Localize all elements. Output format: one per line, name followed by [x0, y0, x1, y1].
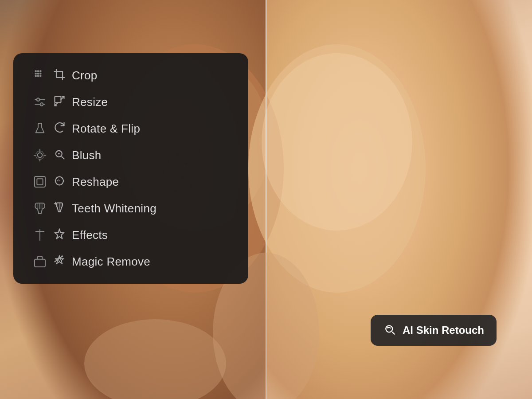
resize-icon [53, 95, 66, 109]
rotate-flip-label: Rotate & Flip [72, 122, 140, 136]
svg-point-20 [35, 73, 36, 74]
svg-line-32 [55, 103, 58, 106]
svg-point-47 [386, 325, 392, 332]
crop-icon [53, 68, 66, 82]
blush-icon [53, 148, 66, 162]
sidebar-item-resize[interactable]: Resize [13, 89, 248, 115]
blush-label: Blush [72, 149, 102, 162]
flask-icon [27, 121, 53, 136]
sidebar-item-crop[interactable]: Crop [13, 62, 248, 89]
magic-remove-label: Magic Remove [72, 255, 150, 269]
rotate-icon [53, 121, 66, 136]
svg-point-28 [37, 98, 40, 101]
crop-label: Crop [72, 69, 98, 82]
svg-point-34 [38, 153, 43, 158]
shapes-icon [27, 201, 53, 215]
svg-point-19 [40, 70, 41, 72]
ai-skin-retouch-badge[interactable]: AI Skin Retouch [371, 315, 497, 346]
svg-point-17 [35, 70, 36, 72]
svg-marker-45 [55, 229, 64, 239]
svg-point-29 [40, 103, 43, 106]
grid-icon [27, 68, 53, 82]
svg-point-21 [38, 73, 39, 74]
sliders-icon [27, 95, 53, 109]
eye-sparkle-icon [27, 148, 53, 162]
svg-rect-30 [55, 97, 61, 103]
svg-point-22 [40, 73, 41, 74]
svg-point-23 [35, 75, 36, 77]
sidebar-item-reshape[interactable]: Reshape [13, 168, 248, 195]
teeth-whitening-label: Teeth Whitening [72, 202, 156, 215]
empty-icon [27, 254, 53, 269]
svg-rect-38 [35, 176, 45, 187]
teeth-whitening-icon [53, 201, 66, 215]
effects-icon [53, 228, 66, 242]
reshape-icon [53, 175, 66, 189]
ai-skin-retouch-label: AI Skin Retouch [403, 324, 484, 336]
svg-line-31 [61, 97, 64, 100]
sidebar-item-rotate-flip[interactable]: Rotate & Flip [13, 115, 248, 142]
svg-rect-46 [35, 259, 45, 267]
resize-label: Resize [72, 95, 108, 109]
svg-point-25 [40, 75, 41, 77]
sidebar-item-effects[interactable]: Effects [13, 222, 248, 248]
svg-point-18 [38, 70, 39, 72]
ai-retouch-icon [383, 323, 396, 338]
frame-icon [27, 175, 53, 189]
text-icon [27, 228, 53, 242]
magic-remove-icon [53, 254, 66, 269]
reshape-label: Reshape [72, 175, 119, 189]
sidebar: Crop Resize [13, 53, 248, 284]
sidebar-item-teeth-whitening[interactable]: Teeth Whitening [13, 195, 248, 222]
effects-label: Effects [72, 228, 108, 242]
svg-rect-39 [37, 179, 43, 184]
sidebar-item-blush[interactable]: Blush [13, 142, 248, 168]
svg-point-24 [38, 75, 39, 77]
sidebar-item-magic-remove[interactable]: Magic Remove [13, 248, 248, 275]
